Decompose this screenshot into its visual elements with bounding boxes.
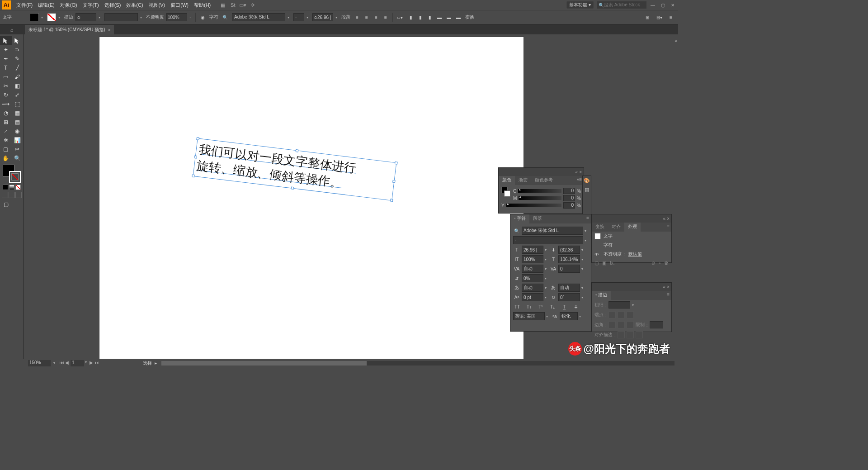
appear-type-swatch[interactable] [594,233,601,239]
stroke-dropdown[interactable]: ▾ [58,15,62,19]
va-bot-icon[interactable]: ▬ [454,13,463,22]
gradient-tab[interactable]: 渐变 [515,176,531,185]
artboard-nav-input[interactable]: 1 [71,360,84,366]
superscript-btn[interactable]: T¹ [537,303,545,310]
align-tab[interactable]: 对齐 [608,223,624,232]
y-slider[interactable] [506,204,561,207]
font-search-icon2[interactable]: 🔍 [513,228,520,233]
prefs-icon[interactable]: ≡ [666,13,675,22]
underline-btn[interactable]: T [560,303,568,310]
corner-bevel[interactable] [627,321,634,328]
handle-tl[interactable] [196,137,199,140]
va-mid-icon[interactable]: ▬ [444,13,453,22]
shape-builder-tool[interactable]: ◔ [0,109,12,118]
eraser-tool[interactable]: ◧ [12,81,24,90]
paintbrush-tool[interactable]: 🖌 [12,72,24,81]
c-value[interactable]: 0 [563,188,575,194]
document-tab[interactable]: 未标题-1* @ 150% (CMYK/GPU 预览) × [25,25,114,34]
stroke-tab[interactable]: ◦ 描边 [592,291,611,300]
mesh-tool[interactable]: ⊞ [0,118,12,127]
artboard-tool[interactable]: ▢ [0,145,12,154]
allcaps-btn[interactable]: TT [513,303,521,310]
dock-expand-icon[interactable]: ◂ [672,37,678,44]
char-vscale-input[interactable]: 100% [522,255,543,263]
opacity-dd[interactable]: › [189,15,193,19]
ha-left-icon[interactable]: ▮ [406,13,415,22]
stock-icon[interactable]: St [230,2,236,8]
nav-prev[interactable]: ◀ [65,360,70,366]
cap-square[interactable] [627,311,634,318]
stroke-weight-field[interactable] [609,301,630,309]
appear-panel-close[interactable]: × [667,216,670,221]
menu-view[interactable]: 视图(V) [146,1,168,9]
magic-wand-tool[interactable]: ✦ [0,45,12,54]
char-panel-menu[interactable]: ≡ [585,214,591,223]
shaper-tool[interactable]: ✂ [0,81,12,90]
menu-object[interactable]: 对象(O) [57,1,80,9]
draw-behind[interactable] [9,192,15,198]
stroke-weight-dd[interactable]: ▾ [99,15,102,19]
library-icon[interactable]: ▤ [583,185,591,194]
char-size-input[interactable]: 26.96 | [522,246,543,254]
char-style-input[interactable]: - [513,236,583,244]
char-hscale-input[interactable]: 106.14% [558,255,580,263]
appear-clear[interactable]: ⊘ [651,261,655,266]
warp-icon[interactable]: ▱▾ [395,13,404,22]
stroke-panel-menu[interactable]: ≡ [665,291,671,300]
type-tool[interactable]: T [0,63,12,72]
handle-tc[interactable] [296,149,299,152]
rotate-tool[interactable]: ↻ [0,90,12,100]
curvature-tool[interactable]: ✎ [12,54,24,63]
font-style-input[interactable]: - [293,13,304,21]
char-aa-input[interactable]: 锐化 [560,312,578,320]
handle-mr[interactable] [392,180,396,183]
cap-round[interactable] [618,311,625,318]
feedback-icon[interactable]: ✈ [250,2,256,8]
char-baseline-input[interactable]: 0 pt [522,293,543,301]
appear-dup[interactable]: ▫ [659,261,660,266]
align-justify-icon[interactable]: ≡ [381,13,390,22]
screen-mode[interactable]: ▢ [0,200,12,209]
appearance-panel-menu[interactable]: ≡ [665,223,671,232]
nav-last[interactable]: ⏭ [95,360,99,366]
align-left-icon[interactable]: ≡ [353,13,362,22]
free-transform-tool[interactable]: ⬚ [12,100,24,109]
style-dd[interactable]: ▾ [307,15,310,19]
search-input[interactable]: 🔍 搜索 Adobe Stock [597,1,646,9]
nav-next[interactable]: ▶ [90,360,94,366]
status-dd[interactable]: ▸ [155,361,157,366]
char-rotate-input[interactable]: 0° [558,293,580,301]
align-right-icon[interactable]: ≡ [372,13,381,22]
ha-right-icon[interactable]: ▮ [425,13,434,22]
color-panel-close[interactable]: × [579,170,582,175]
font-dd[interactable]: ▾ [288,15,291,19]
opacity-input[interactable]: 100% [166,13,187,21]
font-size-input[interactable]: ≎ 26.96 | [312,13,333,21]
appear-new-fill[interactable]: ▢ [594,261,599,266]
align-stroke-inside[interactable] [627,331,634,338]
rectangle-tool[interactable]: ▭ [0,72,12,81]
spectrum-icon[interactable]: 🎨 [583,176,591,185]
graph-tool[interactable]: 📊 [12,136,24,145]
appear-fx[interactable]: fx. [610,261,615,266]
menu-help[interactable]: 帮助(H) [191,1,213,9]
menu-edit[interactable]: 编辑(E) [35,1,57,9]
strikethrough-btn[interactable]: T [572,303,580,310]
color-mode-btn[interactable] [3,185,8,190]
snap-icon[interactable]: ⊟▾ [655,13,664,22]
char-leading-input[interactable]: (32.36 [558,246,580,254]
window-maximize[interactable]: ▢ [659,1,666,9]
char-auto1-input[interactable]: 自动 [522,284,543,292]
para-tab[interactable]: 段落 [529,214,546,223]
font-search-icon[interactable]: 🔍 [221,13,230,22]
symbol-sprayer-tool[interactable]: ✲ [0,136,12,145]
tab-close-icon[interactable]: × [108,28,111,33]
menu-file[interactable]: 文件(F) [14,1,35,9]
appear-new-stroke[interactable]: ▣ [602,261,606,266]
zoom-input[interactable]: 150% [28,360,51,366]
stroke-swatch[interactable] [47,13,56,21]
width-tool[interactable]: ⟿ [0,100,12,109]
lasso-tool[interactable]: ⊃ [12,45,24,54]
color-tab[interactable]: 颜色 [499,176,515,185]
menu-effect[interactable]: 效果(C) [123,1,146,9]
